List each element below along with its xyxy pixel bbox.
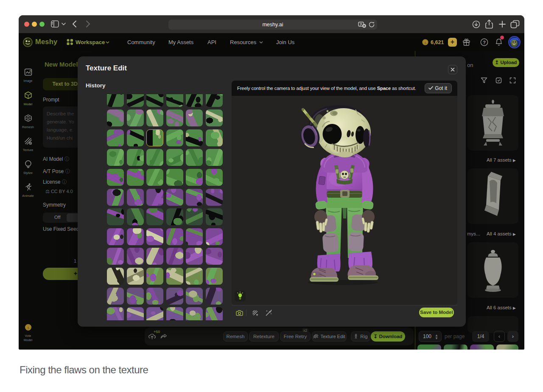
svg-text:AI: AI [29,70,32,72]
svg-text:?: ? [483,40,486,45]
svg-text:$: $ [27,326,29,330]
svg-text:$: $ [424,41,426,45]
